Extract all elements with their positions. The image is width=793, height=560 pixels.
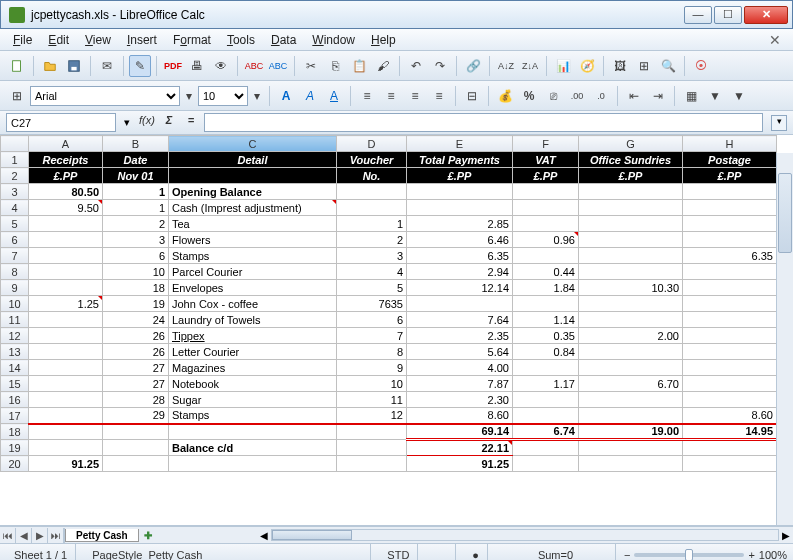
row-header[interactable]: 15 [1, 376, 29, 392]
align-center-button[interactable]: ≡ [380, 85, 402, 107]
cell[interactable] [579, 184, 683, 200]
row-header[interactable]: 19 [1, 440, 29, 456]
undo-button[interactable]: ↶ [405, 55, 427, 77]
row-header[interactable]: 11 [1, 312, 29, 328]
row-header[interactable]: 9 [1, 280, 29, 296]
cell[interactable]: 0.84 [513, 344, 579, 360]
cell[interactable] [513, 296, 579, 312]
cell[interactable]: 2 [337, 232, 407, 248]
cell[interactable]: 29 [103, 408, 169, 424]
col-header-h[interactable]: H [683, 136, 777, 152]
status-selection-mode[interactable] [426, 544, 456, 560]
cell[interactable]: 11 [337, 392, 407, 408]
styles-button[interactable]: ⊞ [6, 85, 28, 107]
autospell-button[interactable]: ABC [267, 55, 289, 77]
menu-file[interactable]: File [6, 31, 39, 49]
maximize-button[interactable]: ☐ [714, 6, 742, 24]
cell[interactable]: 27 [103, 376, 169, 392]
new-button[interactable] [6, 55, 28, 77]
cell[interactable]: Opening Balance [169, 184, 337, 200]
cell[interactable] [407, 296, 513, 312]
cell[interactable]: 7.64 [407, 312, 513, 328]
cell[interactable] [683, 312, 777, 328]
cell[interactable] [579, 264, 683, 280]
cell[interactable]: 5.64 [407, 344, 513, 360]
cell[interactable]: 1.84 [513, 280, 579, 296]
minimize-button[interactable]: — [684, 6, 712, 24]
cell[interactable]: 2.35 [407, 328, 513, 344]
underline-button[interactable]: A [323, 85, 345, 107]
currency-button[interactable]: 💰 [494, 85, 516, 107]
cell[interactable] [683, 232, 777, 248]
cell[interactable]: Cash (Imprest adjustment) [169, 200, 337, 216]
formula-input[interactable] [204, 113, 763, 132]
zoom-out-button[interactable]: − [624, 549, 630, 561]
vertical-scrollbar[interactable] [776, 153, 793, 525]
zoom-button[interactable]: 🔍 [657, 55, 679, 77]
align-left-button[interactable]: ≡ [356, 85, 378, 107]
cell[interactable] [513, 200, 579, 216]
menu-data[interactable]: Data [264, 31, 303, 49]
cell[interactable]: 1.25 [29, 296, 103, 312]
cell[interactable] [29, 280, 103, 296]
menu-tools[interactable]: Tools [220, 31, 262, 49]
cell[interactable]: 2.00 [579, 328, 683, 344]
save-button[interactable] [63, 55, 85, 77]
cell[interactable]: 6.70 [579, 376, 683, 392]
add-decimal-button[interactable]: .00 [566, 85, 588, 107]
sum-button[interactable]: Σ [160, 114, 178, 132]
bgcolor-button[interactable]: ▼ [704, 85, 726, 107]
cell[interactable] [513, 360, 579, 376]
cell[interactable] [683, 296, 777, 312]
cell[interactable]: 0.96 [513, 232, 579, 248]
cell[interactable]: 80.50 [29, 184, 103, 200]
cell[interactable] [337, 184, 407, 200]
align-right-button[interactable]: ≡ [404, 85, 426, 107]
cell[interactable] [579, 296, 683, 312]
function-wizard-button[interactable]: f(x) [138, 114, 156, 132]
cell[interactable]: 8 [337, 344, 407, 360]
cell[interactable]: Tea [169, 216, 337, 232]
row-header[interactable]: 16 [1, 392, 29, 408]
navigator-button[interactable]: 🧭 [576, 55, 598, 77]
cell[interactable] [29, 264, 103, 280]
row-header[interactable]: 5 [1, 216, 29, 232]
cell[interactable] [579, 216, 683, 232]
cell[interactable] [29, 408, 103, 424]
cell[interactable]: 9 [337, 360, 407, 376]
cell[interactable]: 1 [337, 216, 407, 232]
dec-indent-button[interactable]: ⇤ [623, 85, 645, 107]
scrollbar-thumb[interactable] [778, 173, 792, 253]
row-header[interactable]: 12 [1, 328, 29, 344]
cell[interactable]: Stamps [169, 248, 337, 264]
cell[interactable]: Notebook [169, 376, 337, 392]
cell[interactable] [579, 408, 683, 424]
cell[interactable] [29, 392, 103, 408]
cell[interactable]: 2 [103, 216, 169, 232]
cell[interactable]: Envelopes [169, 280, 337, 296]
italic-button[interactable]: A [299, 85, 321, 107]
cell[interactable]: 10 [337, 376, 407, 392]
cell[interactable] [683, 392, 777, 408]
tab-first-button[interactable]: ⏮ [0, 528, 16, 543]
col-header-d[interactable]: D [337, 136, 407, 152]
cell[interactable]: 7.87 [407, 376, 513, 392]
cell[interactable]: Sugar [169, 392, 337, 408]
cell[interactable]: 26 [103, 328, 169, 344]
cell[interactable]: 7 [337, 328, 407, 344]
cell[interactable]: 28 [103, 392, 169, 408]
cell[interactable] [683, 328, 777, 344]
pdf-export-button[interactable]: PDF [162, 55, 184, 77]
standard-fmt-button[interactable]: ⎚ [542, 85, 564, 107]
status-pagestyle[interactable]: PageStyle_Petty Cash [84, 544, 371, 560]
row-header[interactable]: 13 [1, 344, 29, 360]
cell[interactable] [683, 184, 777, 200]
row-header[interactable]: 17 [1, 408, 29, 424]
cell[interactable] [683, 344, 777, 360]
cell[interactable] [579, 344, 683, 360]
cell[interactable]: Flowers [169, 232, 337, 248]
cell[interactable] [407, 200, 513, 216]
cell[interactable] [513, 248, 579, 264]
col-header-a[interactable]: A [29, 136, 103, 152]
cell[interactable]: 26 [103, 344, 169, 360]
